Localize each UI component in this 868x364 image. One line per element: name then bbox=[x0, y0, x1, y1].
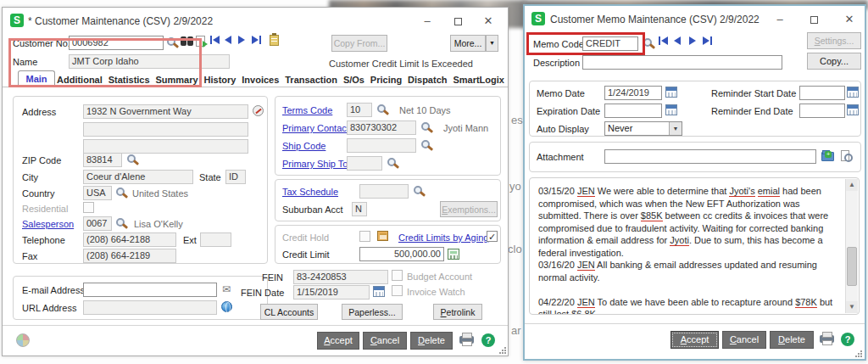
close-button[interactable]: ✕ bbox=[838, 13, 860, 28]
record-nav-next[interactable] bbox=[238, 36, 245, 44]
fax-field[interactable]: (208) 664-2189 bbox=[83, 249, 176, 263]
country-field[interactable]: USA bbox=[83, 186, 112, 200]
memo-date-calendar-icon[interactable] bbox=[665, 87, 677, 98]
state-field[interactable]: ID bbox=[225, 170, 246, 184]
tab-sos[interactable]: S/Os bbox=[343, 75, 364, 85]
minimize-button[interactable]: – bbox=[416, 14, 438, 30]
resize-grip[interactable] bbox=[499, 347, 506, 354]
maximize-button[interactable] bbox=[447, 14, 469, 30]
primary-contact-link[interactable]: Primary Contact bbox=[282, 123, 349, 133]
reminder-end-calendar-icon[interactable] bbox=[847, 104, 859, 115]
memo-clipboard-icon[interactable] bbox=[270, 35, 279, 46]
primary-ship-to-link[interactable]: Primary Ship To bbox=[282, 159, 348, 169]
primary-ship-to-lookup-icon[interactable] bbox=[387, 158, 396, 166]
calculator-icon[interactable] bbox=[448, 249, 459, 260]
close-button[interactable]: ✕ bbox=[477, 14, 499, 30]
zip-lookup-icon[interactable] bbox=[127, 154, 136, 163]
tax-schedule-link[interactable]: Tax Schedule bbox=[282, 187, 338, 197]
print-icon[interactable] bbox=[820, 335, 834, 343]
map-icon[interactable] bbox=[253, 105, 264, 116]
accept-button[interactable]: Accept bbox=[317, 332, 359, 350]
credit-limits-by-aging-link[interactable]: Credit Limits by Aging bbox=[398, 232, 488, 243]
expiration-date-field[interactable] bbox=[604, 104, 662, 118]
ext-field[interactable] bbox=[200, 232, 231, 247]
tab-invoices[interactable]: Invoices bbox=[242, 75, 279, 85]
url-field[interactable] bbox=[83, 300, 217, 315]
memo-nav-prev[interactable] bbox=[674, 36, 681, 45]
scroll-up-icon[interactable]: ▲ bbox=[846, 179, 858, 191]
credit-memo-icon[interactable] bbox=[377, 231, 388, 241]
auto-display-select[interactable]: Never ▼ bbox=[604, 121, 682, 136]
credit-limit-field[interactable]: 500,000.00 bbox=[359, 247, 444, 261]
help-icon[interactable]: ? bbox=[841, 333, 854, 346]
credit-limits-checkbox[interactable]: ✓ bbox=[487, 231, 498, 242]
salesperson-link[interactable]: Salesperson bbox=[22, 219, 74, 229]
expiration-calendar-icon[interactable] bbox=[665, 104, 677, 115]
reminder-start-field[interactable] bbox=[799, 86, 845, 100]
tab-transaction[interactable]: Transaction bbox=[285, 75, 337, 85]
scrollbar-thumb[interactable] bbox=[847, 247, 857, 286]
memo-nav-first[interactable] bbox=[659, 36, 668, 45]
terms-lookup-icon[interactable] bbox=[377, 104, 386, 113]
attachment-field[interactable] bbox=[604, 149, 816, 164]
tab-dispatch[interactable]: Dispatch bbox=[408, 75, 447, 85]
memo-nav-last[interactable] bbox=[703, 36, 712, 45]
maximize-button[interactable] bbox=[803, 13, 825, 28]
print-icon[interactable] bbox=[459, 336, 474, 344]
tab-pricing[interactable]: Pricing bbox=[370, 75, 402, 85]
more-button[interactable]: More... bbox=[450, 35, 486, 52]
tab-history[interactable]: History bbox=[204, 75, 236, 85]
record-nav-first[interactable] bbox=[210, 36, 220, 44]
zip-field[interactable]: 83814 bbox=[83, 153, 122, 167]
terms-code-field[interactable]: 10 bbox=[347, 103, 372, 117]
cancel-button[interactable]: Cancel bbox=[722, 331, 766, 349]
chevron-down-icon[interactable]: ▼ bbox=[669, 122, 682, 135]
fein-date-calendar-icon[interactable] bbox=[373, 286, 385, 297]
record-nav-prev[interactable] bbox=[225, 36, 231, 44]
address-line1-field[interactable]: 1932 N Government Way bbox=[83, 104, 248, 119]
scroll-down-icon[interactable]: ▼ bbox=[846, 301, 858, 313]
fein-date-field[interactable]: 1/15/2019 bbox=[293, 285, 370, 300]
petrolink-button[interactable]: Petrolink bbox=[433, 304, 482, 320]
minimize-button[interactable]: – bbox=[769, 13, 791, 28]
ship-code-field[interactable] bbox=[347, 138, 416, 153]
copy-button[interactable]: Copy... bbox=[807, 53, 861, 70]
tax-schedule-lookup-icon[interactable] bbox=[414, 186, 422, 194]
ship-code-lookup-icon[interactable] bbox=[421, 140, 430, 148]
terms-code-link[interactable]: Terms Code bbox=[282, 105, 332, 115]
more-dropdown-button[interactable]: ▼ bbox=[486, 35, 498, 52]
theme-globe-icon[interactable] bbox=[16, 333, 30, 347]
memo-date-field[interactable]: 1/24/2019 bbox=[604, 86, 662, 100]
email-field[interactable] bbox=[83, 283, 217, 297]
reminder-start-calendar-icon[interactable] bbox=[847, 87, 859, 98]
accept-button[interactable]: Accept bbox=[670, 331, 719, 349]
tax-schedule-field[interactable] bbox=[359, 184, 409, 199]
delete-button[interactable]: Delete bbox=[770, 331, 814, 349]
attachment-browse-folder-icon[interactable] bbox=[821, 152, 834, 161]
salesperson-field[interactable]: 0067 bbox=[83, 216, 112, 231]
memo-nav-next[interactable] bbox=[689, 36, 696, 45]
envelope-icon[interactable]: ✉ bbox=[222, 284, 231, 294]
ship-code-link[interactable]: Ship Code bbox=[282, 141, 326, 151]
globe-icon[interactable] bbox=[221, 301, 232, 312]
fein-field[interactable]: 83-2420853 bbox=[293, 270, 388, 284]
description-field[interactable] bbox=[582, 55, 782, 70]
reminder-end-field[interactable] bbox=[799, 104, 845, 118]
suburban-acct-field[interactable]: N bbox=[352, 202, 367, 216]
address-line2-field[interactable] bbox=[83, 122, 248, 137]
cl-accounts-button[interactable]: CL Accounts bbox=[260, 304, 318, 320]
address-line3-field[interactable] bbox=[83, 139, 248, 154]
city-field[interactable]: Coeur d'Alene bbox=[83, 170, 193, 184]
primary-ship-to-field[interactable] bbox=[347, 156, 382, 171]
paperless-button[interactable]: Paperless... bbox=[342, 304, 403, 320]
scrollbar[interactable]: ▲ ▼ bbox=[845, 179, 858, 313]
cancel-button[interactable]: Cancel bbox=[363, 332, 407, 350]
salesperson-lookup-icon[interactable] bbox=[116, 218, 125, 227]
primary-contact-lookup-icon[interactable] bbox=[421, 122, 430, 131]
memo-text-area[interactable]: 03/15/20 JEN We were able to determine t… bbox=[529, 177, 860, 315]
resize-grip[interactable] bbox=[855, 350, 862, 357]
country-lookup-icon[interactable] bbox=[116, 188, 125, 196]
delete-button[interactable]: Delete bbox=[410, 332, 453, 350]
record-nav-last[interactable] bbox=[252, 36, 261, 44]
attachment-preview-icon[interactable] bbox=[841, 150, 849, 161]
